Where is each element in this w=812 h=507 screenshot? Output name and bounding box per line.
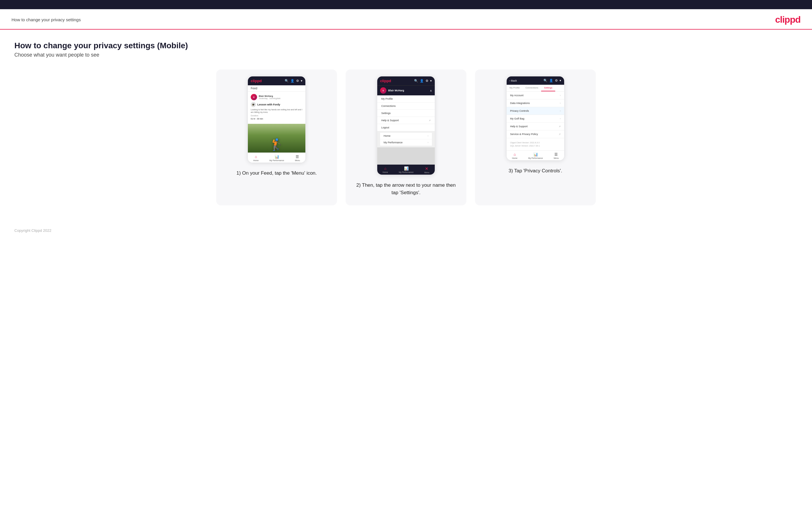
chevron-icon: › <box>560 117 561 120</box>
phone2-logo: clippd <box>380 79 391 83</box>
list-item-servicepolicy[interactable]: Service & Privacy Policy ↗ <box>507 130 564 138</box>
nav-performance[interactable]: 📊 My Performance <box>269 155 284 161</box>
chevron-down-icon: ▾ <box>301 79 303 83</box>
user-icon: 👤 <box>549 79 553 82</box>
duration-label: Duration <box>251 115 303 117</box>
nav-close[interactable]: ✕ Menu <box>424 166 429 173</box>
chevron-icon: › <box>560 102 561 105</box>
search-icon: 🔍 <box>544 79 548 82</box>
tab-connections[interactable]: Connections <box>523 85 541 91</box>
menu-item-settings[interactable]: Settings <box>377 110 435 117</box>
phone2-navbar: clippd 🔍 👤 ⚙ ▾ <box>377 76 435 85</box>
home-chevron-icon: › <box>427 134 428 137</box>
header: How to change your privacy settings clip… <box>0 9 812 30</box>
nav-performance[interactable]: 📊 My Performance <box>399 166 413 173</box>
menu-item-help[interactable]: Help & Support <box>377 117 435 124</box>
home-icon: ⌂ <box>255 155 257 159</box>
overlay <box>377 147 435 165</box>
feed-label: Feed <box>248 85 305 92</box>
settings-tabs: My Profile Connections Settings <box>507 85 564 92</box>
phone1-navbar: clippd 🔍 👤 ⚙ ▾ <box>248 76 305 85</box>
menu-item-profile[interactable]: My Profile <box>377 95 435 103</box>
user-avatar: B <box>380 87 387 94</box>
section-performance[interactable]: My Performance › <box>380 139 432 146</box>
duration-val: 01 hr : 30 min <box>251 118 303 120</box>
phone2-icons: 🔍 👤 ⚙ ▾ <box>414 79 432 83</box>
lesson-desc: Looking to feel like my hands are exitin… <box>251 108 303 113</box>
phone-mockup-2: clippd 🔍 👤 ⚙ ▾ B Blair McHarg ∧ <box>377 76 435 175</box>
username: Blair McHarg <box>388 89 404 92</box>
phone2-bottom-nav: ⌂ Home 📊 My Performance ✕ Menu <box>377 165 435 175</box>
nav-home[interactable]: ⌂ Home <box>512 152 517 159</box>
privacy-controls-label: Privacy Controls <box>510 109 529 112</box>
settings-list: My Account › Data Integrations › Privacy… <box>507 92 564 138</box>
footer: Copyright Clippd 2022 <box>0 223 812 238</box>
step-1-label: 1) On your Feed, tap the 'Menu' icon. <box>236 169 317 177</box>
performance-label: My Performance <box>269 159 284 161</box>
performance-icon: 📊 <box>404 166 409 171</box>
section-home[interactable]: Home › <box>380 133 432 139</box>
lesson-icon: 🎓 <box>251 102 256 107</box>
settings-icon: ⚙ <box>296 79 299 83</box>
performance-icon: 📊 <box>534 152 538 157</box>
steps-row: clippd 🔍 👤 ⚙ ▾ Feed B Blair McHarg Yes <box>14 69 798 206</box>
step-2-label: 2) Then, tap the arrow next to your name… <box>353 181 459 196</box>
external-icon: ↗ <box>559 133 561 135</box>
golfer-figure: 🏌️ <box>269 138 284 151</box>
user-sub: Yesterday · Sunningdale <box>259 97 281 99</box>
phone3-bottom-nav: ⌂ Home 📊 My Performance ☰ Menu <box>507 150 564 160</box>
menu-item-connections[interactable]: Connections <box>377 103 435 110</box>
menu-label: Menu <box>424 171 429 173</box>
phone1-logo: clippd <box>251 79 262 83</box>
phone2-sections: Home › My Performance › <box>377 131 435 147</box>
feed-post: B Blair McHarg Yesterday · Sunningdale 🎓… <box>248 92 305 124</box>
golf-image: 🏌️ <box>248 124 305 153</box>
lesson-title: Lesson with Fordy <box>257 103 281 106</box>
phone3-icons: 🔍 👤 ⚙ ▾ <box>544 79 561 82</box>
nav-home[interactable]: ⌂ Home <box>383 166 388 173</box>
data-integrations-label: Data Integrations <box>510 102 530 105</box>
phone1-icons: 🔍 👤 ⚙ ▾ <box>285 79 303 83</box>
user-icon: 👤 <box>291 79 295 83</box>
performance-label: My Performance <box>528 157 543 159</box>
search-icon: 🔍 <box>414 79 418 83</box>
search-icon: 🔍 <box>285 79 289 83</box>
performance-chevron-icon: › <box>427 141 428 144</box>
nav-menu[interactable]: ☰ Menu <box>554 152 559 159</box>
phone1-bottom-nav: ⌂ Home 📊 My Performance ☰ Menu <box>248 153 305 163</box>
nav-home[interactable]: ⌂ Home <box>253 155 259 161</box>
service-policy-label: Service & Privacy Policy <box>510 133 538 135</box>
step-3-card: ‹ Back 🔍 👤 ⚙ ▾ My Profile Connections Se… <box>475 69 596 206</box>
nav-performance[interactable]: 📊 My Performance <box>528 152 543 159</box>
home-icon: ⌂ <box>513 152 516 157</box>
menu-item-logout[interactable]: Logout <box>377 124 435 131</box>
page-subtitle: Choose what you want people to see <box>14 52 798 58</box>
help-support-label: Help & Support <box>510 125 527 128</box>
menu-icon: ☰ <box>296 155 299 159</box>
my-golf-bag-label: My Golf Bag <box>510 117 524 120</box>
performance-label: My Performance <box>399 171 413 173</box>
tab-settings[interactable]: Settings <box>541 85 555 91</box>
logo: clippd <box>775 14 801 25</box>
step-1-card: clippd 🔍 👤 ⚙ ▾ Feed B Blair McHarg Yes <box>216 69 337 206</box>
list-item-dataintegrations[interactable]: Data Integrations › <box>507 99 564 107</box>
performance-section-label: My Performance <box>384 141 403 144</box>
back-button[interactable]: ‹ Back <box>509 79 517 82</box>
settings-icon: ⚙ <box>555 79 558 82</box>
list-item-mygolfbag[interactable]: My Golf Bag › <box>507 115 564 123</box>
copyright: Copyright Clippd 2022 <box>14 228 51 233</box>
home-label: Home <box>383 171 388 173</box>
nav-menu[interactable]: ☰ Menu <box>295 155 300 161</box>
list-item-myaccount[interactable]: My Account › <box>507 92 564 99</box>
expand-icon[interactable]: ∧ <box>430 89 432 92</box>
chevron-down-icon: ▾ <box>560 79 561 82</box>
settings-icon: ⚙ <box>425 79 428 83</box>
version-info: Clippd Client Version: 2022.8.3-3 GQL Se… <box>507 138 564 150</box>
user-row: B Blair McHarg Yesterday · Sunningdale <box>251 94 303 100</box>
list-item-helpsupport[interactable]: Help & Support ↗ <box>507 123 564 130</box>
server-version: GQL Server Version: 2022.7.30-1 <box>510 144 561 147</box>
tab-myprofile[interactable]: My Profile <box>507 85 523 91</box>
step-3-label: 3) Tap 'Privacy Controls'. <box>509 167 562 175</box>
avatar: B <box>251 94 257 100</box>
list-item-privacycontrols[interactable]: Privacy Controls › <box>507 107 564 115</box>
